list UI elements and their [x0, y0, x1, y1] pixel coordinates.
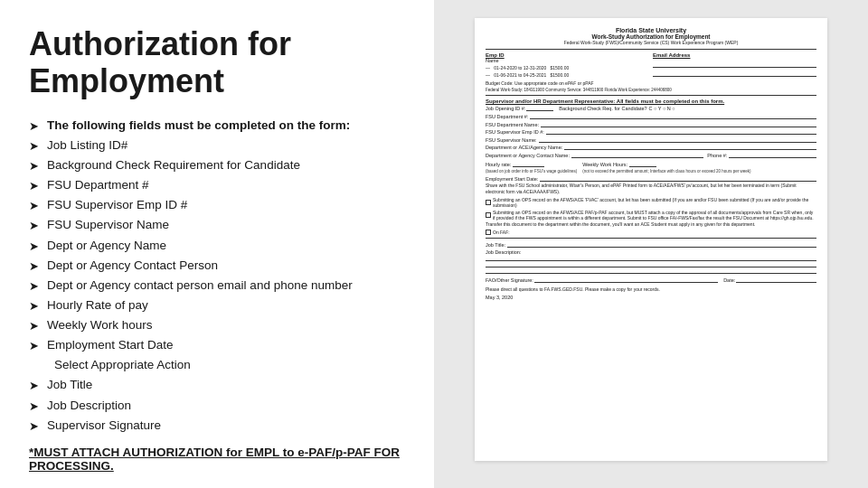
email-line: [653, 61, 816, 68]
dept-contact-label: Department or Agency Contact Name:: [486, 153, 570, 158]
date-line: [736, 277, 816, 283]
hourly-rate-value: [513, 161, 544, 167]
university-name: Florida State University: [486, 27, 816, 33]
arrow-icon: ➤: [29, 157, 42, 175]
arrow-icon: ➤: [29, 137, 42, 155]
supervisor-name-label: FSU Supervisor Name:: [486, 137, 537, 143]
list-item-11: ➤ Employment Start Date: [29, 336, 405, 355]
fao-sig-label: FAO/Other Signature:: [486, 277, 533, 283]
doc-divider3: [486, 238, 816, 239]
weekly-hours-value: [629, 161, 656, 167]
fao-sig-field: FAO/Other Signature:: [486, 277, 718, 283]
phone-value: [729, 152, 816, 158]
weekly-note: (not to exceed the permitted amount; Int…: [582, 169, 750, 174]
arrow-icon: ➤: [29, 197, 42, 215]
fsu-dept-row: FSU Department #:: [486, 113, 816, 119]
list-item-13: ➤ Job Description: [29, 397, 405, 416]
budget-subtitle: Federal Work-Study: 184311900 Community …: [486, 88, 816, 92]
list-item-5: ➤ FSU Supervisor Name: [29, 216, 405, 235]
fsu-dept-name-value: [541, 121, 816, 127]
bg-radio: C ○ Y ○ N ○: [649, 106, 675, 111]
list-item-4: ➤ FSU Supervisor Emp ID #: [29, 196, 405, 215]
arrow-icon: ➤: [29, 317, 42, 335]
supervisor-id-label: FSU Supervisor Emp ID #:: [486, 129, 544, 135]
email-line2: [653, 70, 816, 77]
budget-code: Budget Code: Use appropriate code on ePA…: [486, 80, 816, 86]
doc-emp-section: Emp ID Name — 01-24-2020 to 12-31-2020 $…: [486, 52, 816, 79]
supervisor-name-value: [539, 136, 816, 143]
job-title-label: Job Title:: [486, 242, 505, 248]
weekly-hours-col: Weekly Work Hours: (not to exceed the pe…: [582, 161, 750, 174]
dept-contact-value: [571, 152, 703, 158]
job-opening-value: [526, 105, 553, 111]
job-bg-row: Job Opening ID #: Background Check Req. …: [486, 105, 816, 111]
checkbox-1-text: Submitting an OPS record on the AFWS/ACE…: [493, 197, 816, 208]
direct-questions: Please direct all questions to FA.FWS.GE…: [486, 286, 816, 292]
arrow-icon: ➤: [29, 238, 42, 256]
left-panel: Authorization for Employment ➤ The follo…: [0, 0, 434, 488]
date-label: Date:: [723, 277, 735, 283]
list-item-10: ➤ Weekly Work hours: [29, 316, 405, 335]
doc-divider: [486, 49, 816, 50]
arrow-icon: ➤: [29, 117, 42, 136]
job-desc-line1: [486, 255, 816, 261]
arrow-icon: ➤: [29, 337, 42, 355]
dept-name-row: Department or ACE/Agency Name:: [486, 144, 816, 150]
supervisor-id-row: FSU Supervisor Emp ID #:: [486, 128, 816, 135]
job-title-value: [507, 241, 816, 248]
date-field: Date:: [723, 277, 816, 283]
hourly-rate-label: Hourly rate:: [486, 162, 511, 167]
list-item-9: ➤ Hourly Rate of pay: [29, 296, 405, 315]
list-item-8: ➤ Dept or Agency contact person email an…: [29, 277, 405, 296]
checkbox-2-text: Submitting an OPS record on the AFWS/ACE…: [493, 210, 816, 221]
list-item-intro: ➤ The following fields must be completed…: [29, 117, 405, 136]
arrow-icon: ➤: [29, 377, 42, 395]
fao-sig-line: [534, 277, 718, 283]
on-faf-checkbox[interactable]: [486, 230, 491, 235]
doc-title: Work-Study Authorization for Employment: [486, 33, 816, 40]
emp-name-label: Name: [486, 58, 649, 63]
rate-hours-row: Hourly rate: (based on job order info or…: [486, 161, 816, 174]
arrow-icon: ➤: [29, 258, 42, 276]
requirements-list: ➤ The following fields must be completed…: [29, 117, 405, 436]
arrow-icon: ➤: [29, 398, 42, 416]
arrow-icon: ➤: [29, 177, 42, 195]
list-item-7: ➤ Dept or Agency Contact Person: [29, 257, 405, 276]
doc-subtitle: Federal Work-Study (FWS)/Community Servi…: [486, 40, 816, 45]
signature-row: FAO/Other Signature: Date:: [486, 277, 816, 283]
list-item-select: Select Appropriate Action: [29, 356, 405, 375]
checkbox-1-row: Submitting an OPS record on the AFWS/ACE…: [486, 197, 816, 208]
transfer-note: Transfer this document to the department…: [486, 221, 816, 228]
checkbox-2[interactable]: [486, 212, 491, 218]
doc-header: Florida State University Work-Study Auth…: [486, 27, 816, 45]
emp-id-col: Emp ID Name — 01-24-2020 to 12-31-2020 $…: [486, 52, 649, 79]
fsu-dept-name-row: FSU Department Name:: [486, 121, 816, 127]
instruction-1: Share with the FSU School administrator,…: [486, 183, 816, 195]
supervisor-name-row: FSU Supervisor Name:: [486, 136, 816, 143]
list-item-14: ➤ Supervisor Signature: [29, 417, 405, 436]
job-desc-line3: [486, 267, 816, 274]
fsu-dept-value: [530, 113, 816, 119]
checkbox-1[interactable]: [486, 200, 491, 205]
list-item-6: ➤ Dept or Agency Name: [29, 237, 405, 256]
on-faf-label: On FAF:: [493, 230, 510, 235]
dept-name-value: [564, 144, 816, 150]
arrow-icon: ➤: [29, 277, 42, 296]
weekly-hours-label: Weekly Work Hours:: [582, 162, 627, 167]
arrow-icon: ➤: [29, 217, 42, 235]
section2-title: Supervisor and/or HR Department Represen…: [486, 99, 816, 104]
doc-divider2: [486, 95, 816, 96]
emp-start-label: Employment Start Date:: [486, 176, 538, 182]
emp-start-value: [540, 175, 816, 182]
arrow-icon: ➤: [29, 297, 42, 315]
arrow-icon: ➤: [29, 418, 42, 436]
job-title-row: Job Title:: [486, 241, 816, 248]
fsu-dept-name-label: FSU Department Name:: [486, 122, 539, 127]
emp-rows: — 01-24-2020 to 12-31-2020 $1500.00 — 01…: [486, 64, 649, 79]
list-item-3: ➤ FSU Department #: [29, 176, 405, 195]
email-col: Email Address: [653, 52, 816, 79]
job-opening-field: Job Opening ID #:: [486, 105, 553, 111]
list-item-2: ➤ Background Check Requirement for Candi…: [29, 156, 405, 175]
dept-contact-row: Department or Agency Contact Name:: [486, 152, 703, 158]
fsu-dept-label: FSU Department #:: [486, 114, 528, 119]
